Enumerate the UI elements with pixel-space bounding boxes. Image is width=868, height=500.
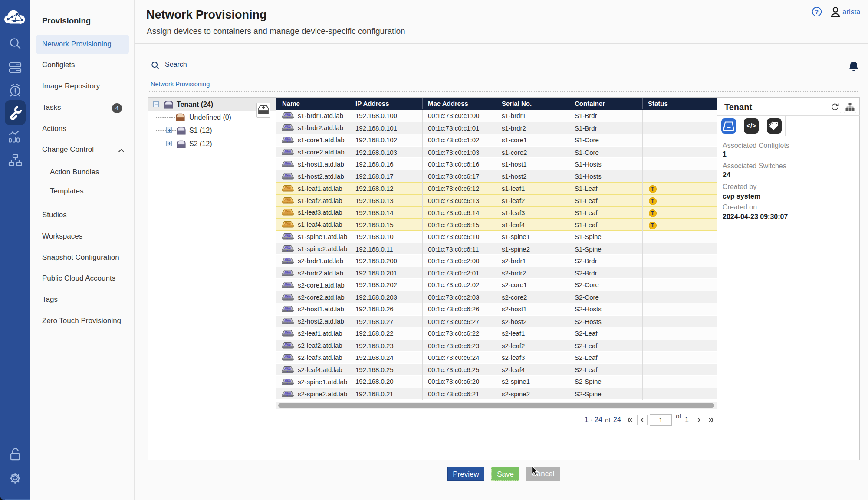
svg-text:?: ? bbox=[815, 9, 819, 15]
